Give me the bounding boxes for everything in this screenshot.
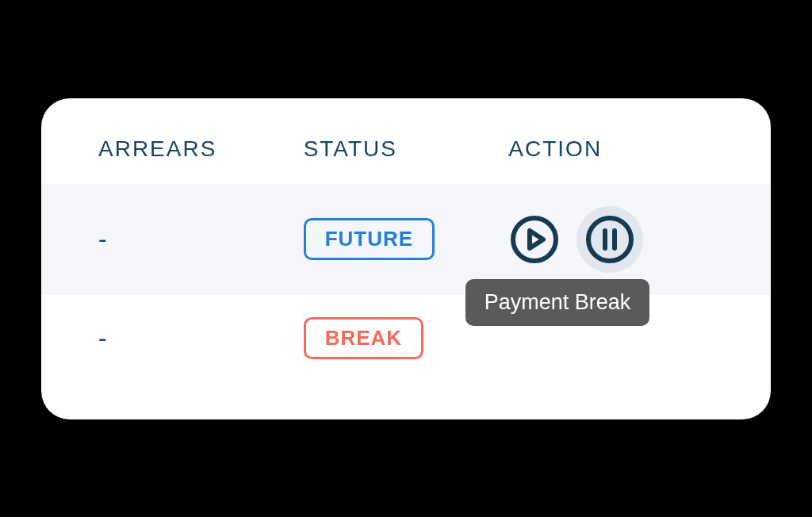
table-row: - BREAK [41,295,771,381]
table-row: - FUTURE Payment Break [41,184,771,295]
play-button[interactable] [508,213,561,266]
svg-point-0 [513,218,556,261]
play-icon [510,215,559,264]
pause-button[interactable] [576,206,643,273]
pause-button-wrapper: Payment Break [576,206,643,273]
column-header-status: STATUS [304,136,509,162]
arrears-value: - [98,224,304,254]
action-cell: Payment Break [508,206,714,273]
svg-point-1 [588,218,631,261]
status-badge-future: FUTURE [304,218,435,260]
table-header: ARREARS STATUS ACTION [41,136,771,184]
column-header-arrears: ARREARS [98,136,304,162]
status-cell: FUTURE [304,218,509,260]
payments-card: ARREARS STATUS ACTION - FUTURE [41,98,771,419]
pause-icon [585,215,634,264]
arrears-value: - [98,324,304,353]
tooltip-payment-break: Payment Break [465,279,650,326]
column-header-action: ACTION [508,136,714,162]
status-badge-break: BREAK [304,317,423,359]
